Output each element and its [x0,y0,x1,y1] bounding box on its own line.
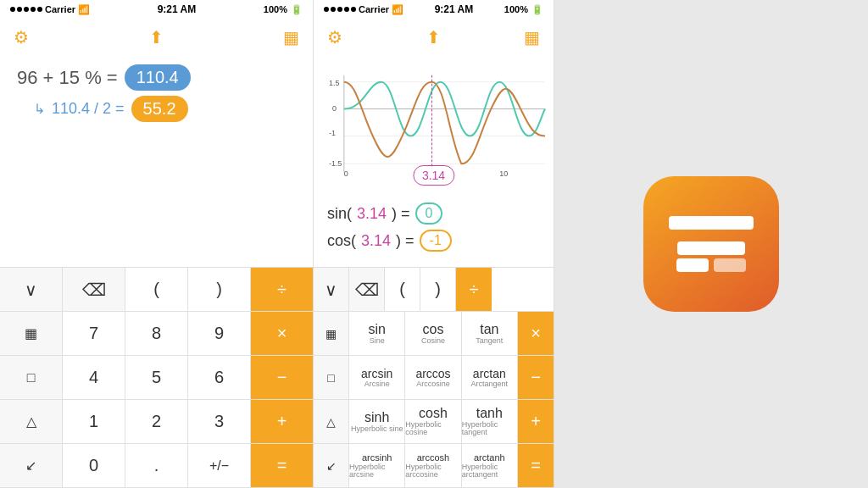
trig-key-mode2[interactable]: □ [314,356,349,399]
signal-dots-2 [324,7,356,12]
trig-key-cosh[interactable]: cosh Hyperbolic cosine [405,400,461,443]
sinh-key-sub: Hyperbolic sine [351,425,403,433]
share-icon-2[interactable]: ⬆ [426,27,441,47]
trig-key-backspace[interactable]: ⌫ [349,268,385,311]
sin-rparen: ) = [392,205,410,223]
icon-bottom-section [643,241,779,272]
cos-pi-val: 3.14 [361,232,391,250]
cos-rparen: ) = [396,232,415,250]
settings-icon-2[interactable]: ⚙ [327,27,342,47]
icon-bar-middle [677,241,745,255]
x-label-0: 0 [344,169,348,178]
arccosh-key-sub: Hyperbolic arccosine [405,463,460,479]
key-mode-history[interactable]: □ [0,356,63,399]
key-4[interactable]: 4 [63,356,125,399]
key-row-5: ↙ 0 . +/− = [0,444,313,488]
cos-key-sub: Cosine [421,337,445,345]
signal-dot [337,7,342,12]
trig-key-divide[interactable]: ÷ [456,268,492,311]
status-bar-2: Carrier 📶 9:21 AM 100% 🔋 [314,0,554,19]
key-mode-calc[interactable]: ▦ [0,312,63,355]
settings-icon-1[interactable]: ⚙ [14,27,29,47]
trig-key-equals[interactable]: = [518,444,554,487]
trig-key-arccos[interactable]: arccos Arccosine [405,356,461,399]
signal-dots-1 [10,7,42,12]
trig-key-arccosh[interactable]: arccosh Hyperbolic arccosine [405,444,461,487]
signal-dot [37,7,42,12]
trig-key-mode[interactable]: ▦ [314,312,349,355]
wifi-icon-2: 📶 [392,4,403,15]
key-mode-convert[interactable]: △ [0,400,63,443]
trig-key-tanh[interactable]: tanh Hyperbolic tangent [462,400,518,443]
trig-key-collapse[interactable]: ∨ [314,268,349,311]
trig-key-add[interactable]: + [518,400,554,443]
key-3[interactable]: 3 [188,400,251,443]
y-label-neg15: -1.5 [329,159,342,168]
key-9[interactable]: 9 [188,312,251,355]
battery-2: 100% 🔋 [504,4,543,15]
trig-key-row-1: ∨ ⌫ ( ) ÷ [314,268,554,312]
trig-key-subtract[interactable]: − [518,356,554,399]
key-backspace[interactable]: ⌫ [63,268,125,311]
trig-key-lparen[interactable]: ( [385,268,420,311]
time-2: 9:21 AM [435,3,474,15]
key-5[interactable]: 5 [125,356,188,399]
key-rparen[interactable]: ) [188,268,251,311]
sin-key-label: sin [368,323,385,336]
key-0[interactable]: 0 [63,444,125,487]
key-collapse[interactable]: ∨ [0,268,63,311]
key-row-4: △ 1 2 3 + [0,400,313,444]
trig-key-mode3[interactable]: △ [314,400,349,443]
key-row-2: ▦ 7 8 9 × [0,312,313,356]
share-icon-1[interactable]: ⬆ [149,27,164,47]
trig-key-arctanh[interactable]: arctanh Hyperbolic arctangent [462,444,518,487]
trig-key-rparen[interactable]: ) [420,268,456,311]
keypad-icon-1[interactable]: ▦ [283,27,299,47]
trig-results: sin( 3.14 ) = 0 cos( 3.14 ) = -1 [314,196,554,267]
key-divide[interactable]: ÷ [251,268,313,311]
carrier-label-1: Carrier [45,4,75,14]
cos-key-label: cos [423,323,444,336]
signal-dot [351,7,356,12]
pi-badge-container: 3.14 [413,165,454,189]
key-multiply[interactable]: × [251,312,313,355]
key-2[interactable]: 2 [125,400,188,443]
trig-key-mode4[interactable]: ↙ [314,444,349,487]
signal-dot [17,7,22,12]
key-1[interactable]: 1 [63,400,125,443]
calculator-panel-basic: Carrier 📶 9:21 AM 100% 🔋 ⚙ ⬆ ▦ 96 + 15 %… [0,0,314,488]
battery-icon-2: 🔋 [531,4,543,15]
key-8[interactable]: 8 [125,312,188,355]
sin-result: 0 [415,202,443,225]
signal-dot [324,7,329,12]
key-7[interactable]: 7 [63,312,125,355]
keypad-icon-2[interactable]: ▦ [524,27,540,47]
trig-key-arctan[interactable]: arctan Arctangent [462,356,518,399]
key-lparen[interactable]: ( [125,268,188,311]
signal-dot [31,7,36,12]
arcsin-key-label: arcsin [361,368,392,380]
battery-1: 100% 🔋 [264,4,303,15]
battery-label-2: 100% [504,4,528,14]
trig-key-multiply[interactable]: × [518,312,554,355]
trig-key-sinh[interactable]: sinh Hyperbolic sine [349,400,405,443]
signal-dot [344,7,349,12]
key-dot[interactable]: . [125,444,188,487]
key-subtract[interactable]: − [251,356,313,399]
key-equals[interactable]: = [251,444,313,487]
toolbar-2: ⚙ ⬆ ▦ [314,19,554,56]
key-6[interactable]: 6 [188,356,251,399]
trig-key-arcsinh[interactable]: arcsinh Hyperbolic arcsine [349,444,405,487]
trig-key-row-2: ▦ sin Sine cos Cosine tan Tangent × [314,312,554,356]
x-label-10: 10 [499,169,508,178]
trig-key-tan[interactable]: tan Tangent [462,312,518,355]
app-icon [643,176,779,312]
toolbar-1: ⚙ ⬆ ▦ [0,19,313,56]
trig-key-cos[interactable]: cos Cosine [405,312,461,355]
trig-key-sin[interactable]: sin Sine [349,312,405,355]
key-add[interactable]: + [251,400,313,443]
trig-key-row-4: △ sinh Hyperbolic sine cosh Hyperbolic c… [314,400,554,444]
key-negate[interactable]: +/− [188,444,251,487]
trig-key-arcsin[interactable]: arcsin Arcsine [349,356,405,399]
key-mode-graph[interactable]: ↙ [0,444,63,487]
